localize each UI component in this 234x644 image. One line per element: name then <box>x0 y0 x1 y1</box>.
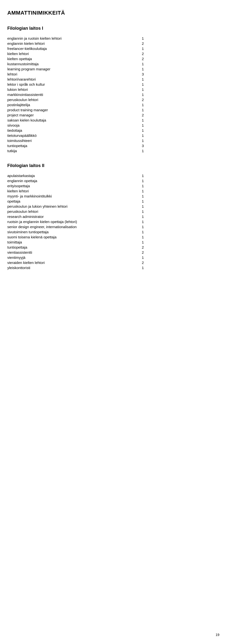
list-item: peruskoulun lehtori2 <box>7 97 144 102</box>
entry-count: 1 <box>136 118 144 122</box>
list-item: lukion lehtori1 <box>7 87 144 92</box>
entry-label: siivooja <box>7 123 136 127</box>
list-item: senior design engineer, internationalisa… <box>7 224 144 229</box>
list-item: markkinointiassistentti1 <box>7 92 144 97</box>
list-item: research administrator1 <box>7 214 144 219</box>
list-item: sivutoiminen tuntiopettaja1 <box>7 229 144 234</box>
entry-label: erityisopettaja <box>7 184 136 188</box>
list-item: toimittaja1 <box>7 240 144 245</box>
list-item: tiedottaja1 <box>7 128 144 133</box>
list-item: product training manager1 <box>7 107 144 112</box>
list-item: saksan kielen kouluttaja1 <box>7 118 144 123</box>
list-item: erityisopettaja1 <box>7 183 144 188</box>
entry-count: 1 <box>136 225 144 229</box>
list-item: project manager2 <box>7 112 144 118</box>
list-item: peruskoulun ja lukion yhteinen lehtori1 <box>7 204 144 209</box>
entry-label: lukion lehtori <box>7 88 136 92</box>
entry-label: vientiassistentti <box>7 250 136 254</box>
entry-count: 2 <box>136 52 144 56</box>
list-item: suomi toisena kielenä opettaja1 <box>7 234 144 240</box>
entry-label: freelancer-kielikouluttaja <box>7 46 136 51</box>
entry-label: kielten lehtori <box>7 189 136 193</box>
section-filologian-laitos-i: Filologian laitos Ienglannin ja ruotsin … <box>7 26 219 154</box>
entry-label: peruskoulun lehtori <box>7 210 136 214</box>
entry-count: 1 <box>136 134 144 138</box>
entry-label: apulaistarkastaja <box>7 174 136 178</box>
list-item: learning program manager1 <box>7 66 144 72</box>
entry-count: 1 <box>136 103 144 107</box>
entry-label: project manager <box>7 113 136 117</box>
entry-label: markkinointiassistentti <box>7 92 136 97</box>
list-item: tuntiopettaja2 <box>7 245 144 250</box>
entry-count: 1 <box>136 67 144 71</box>
list-item: postinlajittelija1 <box>7 102 144 107</box>
list-item: lehtori/vararehtori1 <box>7 77 144 82</box>
entry-label: ruotsin ja englannin kielen opettaja (le… <box>7 220 136 224</box>
list-item: tuntiopettaja3 <box>7 143 144 148</box>
list-item: opettaja1 <box>7 199 144 204</box>
entry-label: englannin ja ruotsin kielten lehtori <box>7 36 136 40</box>
page-title: AMMATTINIMIKKEITÄ <box>7 10 219 16</box>
section-heading-filologian-laitos-ii: Filologian laitos II <box>7 163 219 168</box>
section-heading-filologian-laitos-i: Filologian laitos I <box>7 26 219 31</box>
entry-label: postinlajittelija <box>7 103 136 107</box>
entry-label: product training manager <box>7 108 136 112</box>
list-item: kustannustoimittaja1 <box>7 61 144 66</box>
entry-label: lehtori/vararehtori <box>7 77 136 81</box>
entry-label: toimitussihteeri <box>7 138 136 143</box>
entry-label: tutkija <box>7 149 136 153</box>
entry-count: 1 <box>136 214 144 219</box>
entry-count: 3 <box>136 72 144 76</box>
entry-count: 1 <box>136 174 144 178</box>
entry-count: 1 <box>136 220 144 224</box>
entry-label: peruskoulun lehtori <box>7 98 136 102</box>
entry-count: 2 <box>136 113 144 117</box>
entry-label: englannin kielen lehtori <box>7 42 136 46</box>
entry-label: senior design engineer, internationalisa… <box>7 225 136 229</box>
entry-count: 1 <box>136 210 144 214</box>
section-filologian-laitos-ii: Filologian laitos IIapulaistarkastaja1en… <box>7 163 219 270</box>
list-item: toimitussihteeri1 <box>7 138 144 143</box>
entry-label: tuntiopettaja <box>7 144 136 148</box>
entry-count: 1 <box>136 46 144 51</box>
entry-label: tietoturvapäällikkö <box>7 134 136 138</box>
entry-label: sivutoiminen tuntiopettaja <box>7 230 136 234</box>
entry-count: 2 <box>136 260 144 265</box>
entry-count: 1 <box>136 235 144 239</box>
entry-count: 1 <box>136 108 144 112</box>
entry-count: 2 <box>136 42 144 46</box>
entry-label: peruskoulun ja lukion yhteinen lehtori <box>7 204 136 208</box>
page-number: 19 <box>215 633 219 637</box>
entry-count: 1 <box>136 204 144 208</box>
list-item: englannin opettaja1 <box>7 178 144 183</box>
entry-count: 1 <box>136 77 144 81</box>
entry-count: 1 <box>136 128 144 132</box>
entry-count: 1 <box>136 88 144 92</box>
entry-count: 1 <box>136 82 144 86</box>
entry-label: kielten opettaja <box>7 57 136 61</box>
list-item: vientiassistentti2 <box>7 250 144 255</box>
entry-label: saksan kielen kouluttaja <box>7 118 136 122</box>
entry-count: 1 <box>136 92 144 97</box>
entry-count: 1 <box>136 62 144 66</box>
entry-count: 1 <box>136 36 144 40</box>
entry-label: englannin opettaja <box>7 179 136 183</box>
list-item: apulaistarkastaja1 <box>7 173 144 178</box>
entry-label: tiedottaja <box>7 128 136 132</box>
entry-count: 2 <box>136 98 144 102</box>
entry-count: 1 <box>136 138 144 143</box>
list-item: tietoturvapäällikkö1 <box>7 133 144 138</box>
entry-label: yleiskonttoristi <box>7 266 136 270</box>
entry-count: 1 <box>136 256 144 260</box>
entry-label: lehtori <box>7 72 136 76</box>
list-item: kielten lehtori1 <box>7 188 144 194</box>
entry-count: 2 <box>136 250 144 254</box>
entry-count: 1 <box>136 266 144 270</box>
entry-label: vientimyyjä <box>7 256 136 260</box>
list-item: lektor i språk och kultur1 <box>7 82 144 87</box>
entry-label: suomi toisena kielenä opettaja <box>7 235 136 239</box>
entry-count: 1 <box>136 240 144 244</box>
list-item: tutkija1 <box>7 148 144 154</box>
entry-label: lektor i språk och kultur <box>7 82 136 86</box>
list-item: siivooja1 <box>7 123 144 128</box>
